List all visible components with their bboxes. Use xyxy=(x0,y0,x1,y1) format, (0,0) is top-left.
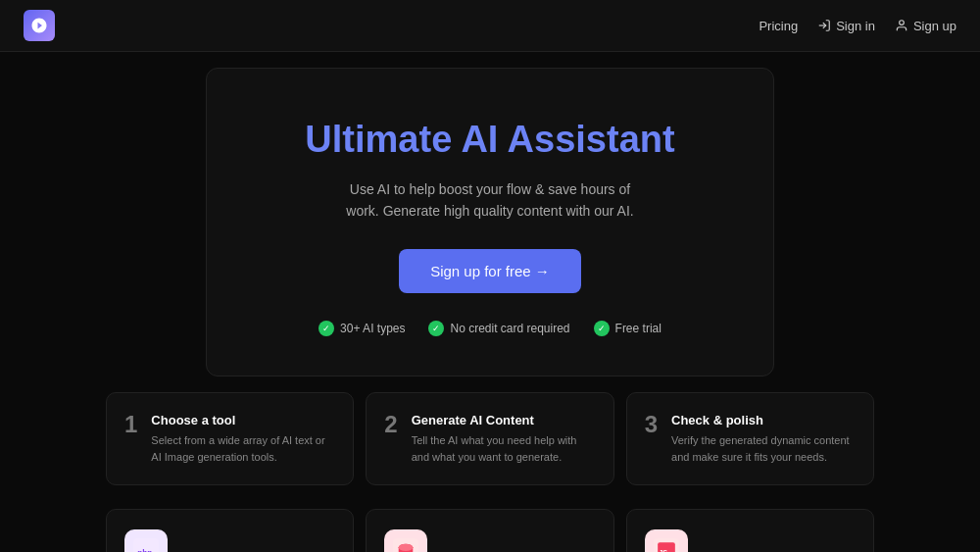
hero-section: Ultimate AI Assistant Use AI to help boo… xyxy=(206,68,774,376)
navbar: Pricing Sign in Sign up xyxy=(0,0,980,52)
badge-no-card: ✓ No credit card required xyxy=(428,321,569,336)
step-content-1: Choose a tool Select from a wide array o… xyxy=(151,413,335,465)
step-card-1: 1 Choose a tool Select from a wide array… xyxy=(106,392,354,485)
step-number-2: 2 xyxy=(384,413,397,436)
step-content-2: Generate AI Content Tell the AI what you… xyxy=(412,413,596,465)
step-desc-2: Tell the AI what you need help with and … xyxy=(412,432,596,465)
step-title-1: Choose a tool xyxy=(151,413,335,427)
tool-card-js: JS JS snippet Generate quick & helpful J… xyxy=(626,509,874,552)
js-icon: JS xyxy=(645,529,688,552)
nav-links: Pricing Sign in Sign up xyxy=(759,19,956,33)
pricing-link[interactable]: Pricing xyxy=(759,19,798,33)
tool-card-sql: SQL query Generate helpful SQL queries w… xyxy=(366,509,613,552)
badge-free-trial: ✓ Free trial xyxy=(594,321,662,336)
step-number-1: 1 xyxy=(124,413,137,436)
sql-icon xyxy=(384,529,427,552)
steps-section: 1 Choose a tool Select from a wide array… xyxy=(0,392,980,485)
hero-subtitle: Use AI to help boost your flow & save ho… xyxy=(246,178,734,223)
step-title-2: Generate AI Content xyxy=(412,413,596,427)
badge-ai-types: ✓ 30+ AI types xyxy=(318,321,405,336)
step-desc-3: Verify the generated dynamic content and… xyxy=(671,432,856,465)
hero-title: Ultimate AI Assistant xyxy=(246,118,734,163)
svg-point-1 xyxy=(900,21,905,25)
logo[interactable] xyxy=(24,10,55,41)
step-card-2: 2 Generate AI Content Tell the AI what y… xyxy=(366,392,613,485)
signin-link[interactable]: Sign in xyxy=(817,19,875,33)
badge-ai-types-label: 30+ AI types xyxy=(340,322,405,335)
signup-label: Sign up xyxy=(913,19,956,33)
svg-text:JS: JS xyxy=(659,549,667,552)
tool-card-php: php PHP snippet Generate PHP code snippe… xyxy=(106,509,354,552)
check-icon-3: ✓ xyxy=(594,321,610,336)
check-icon-2: ✓ xyxy=(428,321,444,336)
tools-section: php PHP snippet Generate PHP code snippe… xyxy=(0,509,980,552)
check-icon-1: ✓ xyxy=(318,321,334,336)
step-card-3: 3 Check & polish Verify the generated dy… xyxy=(626,392,874,485)
svg-text:php: php xyxy=(137,548,152,552)
cta-button[interactable]: Sign up for free → xyxy=(399,249,581,293)
svg-point-6 xyxy=(399,544,414,551)
step-number-3: 3 xyxy=(645,413,658,436)
signin-label: Sign in xyxy=(836,19,875,33)
step-content-3: Check & polish Verify the generated dyna… xyxy=(671,413,856,465)
hero-badges: ✓ 30+ AI types ✓ No credit card required… xyxy=(246,321,734,336)
badge-free-trial-label: Free trial xyxy=(615,322,662,335)
php-icon: php xyxy=(124,529,168,552)
step-desc-1: Select from a wide array of AI text or A… xyxy=(151,432,335,465)
main-content: Ultimate AI Assistant Use AI to help boo… xyxy=(0,52,980,552)
step-title-3: Check & polish xyxy=(671,413,856,427)
signup-link[interactable]: Sign up xyxy=(895,19,956,33)
badge-no-card-label: No credit card required xyxy=(450,322,569,335)
